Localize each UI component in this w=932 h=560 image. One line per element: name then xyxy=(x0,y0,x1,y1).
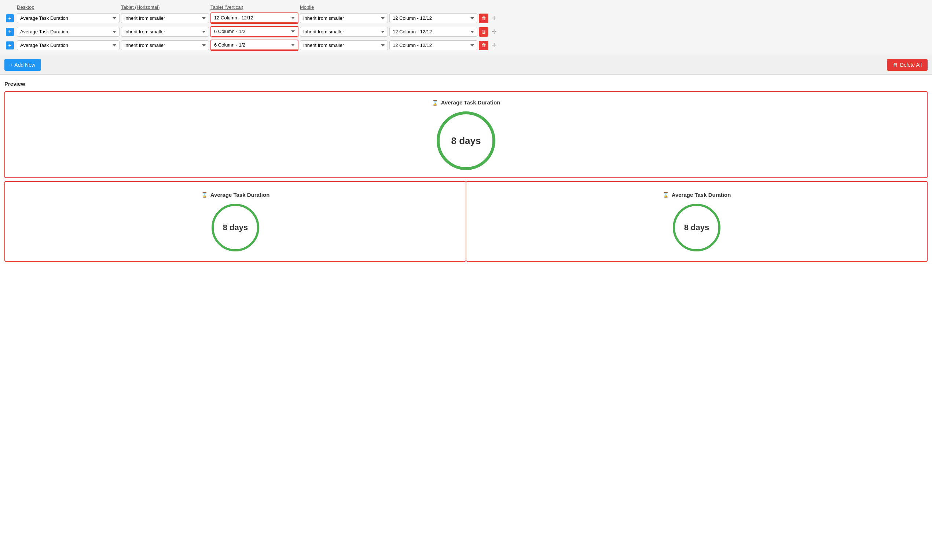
mobile-select-1[interactable]: 12 Column - 12/12 Inherit from smaller 6… xyxy=(390,13,478,23)
metric-select-2[interactable]: Average Task Duration Total Tasks xyxy=(17,27,120,37)
tablet-h-select-3-only[interactable]: 12 Column - 12/12 6 Column - 1/2 Inherit… xyxy=(211,40,298,50)
tablet-v-col-header: Tablet (Vertical) xyxy=(211,5,299,10)
preview-half-row: ⌛ Average Task Duration 8 days ⌛ Average… xyxy=(5,181,927,262)
drag-row-1-button[interactable]: ✛ xyxy=(490,14,498,22)
preview-half-widget-left: ⌛ Average Task Duration 8 days xyxy=(5,181,466,262)
config-header-row: Desktop Tablet (Horizontal) Tablet (Vert… xyxy=(5,3,927,11)
preview-full-widget: ⌛ Average Task Duration 8 days xyxy=(5,91,927,178)
circle-value-3: 8 days xyxy=(684,223,709,232)
trash-icon: 🗑 xyxy=(893,62,898,68)
circle-widget-1: 8 days xyxy=(437,111,495,170)
delete-row-3-button[interactable]: 🗑 xyxy=(479,41,488,50)
widget-title-text-2: Average Task Duration xyxy=(211,192,270,198)
mobile-select-3[interactable]: 12 Column - 12/12 Inherit from smaller xyxy=(390,40,478,50)
mobile-col-header: Mobile xyxy=(300,5,388,10)
desktop-select-2[interactable]: Inherit from smaller 12 Column - 12/12 xyxy=(121,27,209,37)
circle-value-1: 8 days xyxy=(451,135,481,146)
widget-title-1: ⌛ Average Task Duration xyxy=(432,99,501,106)
tablet-v-select-2[interactable]: Inherit from smaller 12 Column - 12/12 xyxy=(300,27,388,37)
widget-title-3: ⌛ Average Task Duration xyxy=(662,192,731,198)
add-row-3-button[interactable]: + xyxy=(6,42,14,49)
config-table: Desktop Tablet (Horizontal) Tablet (Vert… xyxy=(0,0,932,55)
tablet-h-wrapper-3: 12 Column - 12/12 6 Column - 1/2 Inherit… xyxy=(211,40,299,51)
desktop-select-1[interactable]: Inherit from smaller 12 Column - 12/12 6… xyxy=(121,13,209,23)
tablet-h-wrapper-1: 12 Column - 12/12 6 Column - 1/2 Inherit… xyxy=(211,12,299,24)
circle-widget-2: 8 days xyxy=(211,204,259,251)
add-row-1-cell: + xyxy=(5,14,15,22)
hourglass-icon-1: ⌛ xyxy=(432,100,438,106)
circle-value-2: 8 days xyxy=(223,223,248,232)
desktop-col-header: Desktop xyxy=(17,5,120,10)
add-row-1-button[interactable]: + xyxy=(6,14,14,22)
hourglass-icon-3: ⌛ xyxy=(662,192,669,197)
tablet-v-select-3[interactable]: Inherit from smaller 12 Column - 12/12 xyxy=(300,40,388,50)
drag-row-3-button[interactable]: ✛ xyxy=(490,42,498,49)
widget-title-2: ⌛ Average Task Duration xyxy=(201,192,270,198)
delete-all-button[interactable]: 🗑 Delete All xyxy=(887,59,927,71)
delete-all-label: Delete All xyxy=(900,62,922,68)
mobile-select-2[interactable]: 12 Column - 12/12 Inherit from smaller xyxy=(390,27,478,37)
tablet-h-select-1-only[interactable]: 12 Column - 12/12 6 Column - 1/2 Inherit… xyxy=(211,13,298,23)
preview-label: Preview xyxy=(5,81,927,87)
circle-widget-3: 8 days xyxy=(673,204,721,251)
table-row: + Average Task Duration Total Tasks Comp… xyxy=(5,11,927,25)
tablet-h-wrapper-2: 12 Column - 12/12 6 Column - 1/2 Inherit… xyxy=(211,26,299,37)
desktop-select-3[interactable]: Inherit from smaller 12 Column - 12/12 xyxy=(121,40,209,50)
add-new-button[interactable]: + Add New xyxy=(5,59,41,71)
metric-select-1[interactable]: Average Task Duration Total Tasks Comple… xyxy=(17,13,120,23)
widget-title-text-1: Average Task Duration xyxy=(441,99,501,106)
widget-title-text-3: Average Task Duration xyxy=(672,192,731,198)
row-3-actions: 🗑 ✛ xyxy=(479,41,501,50)
delete-row-2-button[interactable]: 🗑 xyxy=(479,27,488,37)
hourglass-icon-2: ⌛ xyxy=(201,192,208,197)
preview-section: Preview ⌛ Average Task Duration 8 days ⌛… xyxy=(0,75,932,268)
toolbar-row: + Add New 🗑 Delete All xyxy=(0,55,932,75)
metric-select-3[interactable]: Average Task Duration Total Tasks xyxy=(17,40,120,50)
add-row-2-button[interactable]: + xyxy=(6,28,14,36)
drag-row-2-button[interactable]: ✛ xyxy=(490,28,498,36)
tablet-v-select-1[interactable]: Inherit from smaller 12 Column - 12/12 6… xyxy=(300,13,388,23)
row-1-actions: 🗑 ✛ xyxy=(479,14,501,23)
table-row: + Average Task Duration Total Tasks Inhe… xyxy=(5,38,927,52)
preview-half-widget-right: ⌛ Average Task Duration 8 days xyxy=(466,181,927,262)
add-row-3-cell: + xyxy=(5,42,15,49)
delete-row-1-button[interactable]: 🗑 xyxy=(479,14,488,23)
table-row: + Average Task Duration Total Tasks Inhe… xyxy=(5,25,927,38)
add-row-2-cell: + xyxy=(5,28,15,36)
row-2-actions: 🗑 ✛ xyxy=(479,27,501,37)
tablet-h-select-2-only[interactable]: 12 Column - 12/12 6 Column - 1/2 Inherit… xyxy=(211,27,298,37)
tablet-h-col-header: Tablet (Horizontal) xyxy=(121,5,209,10)
